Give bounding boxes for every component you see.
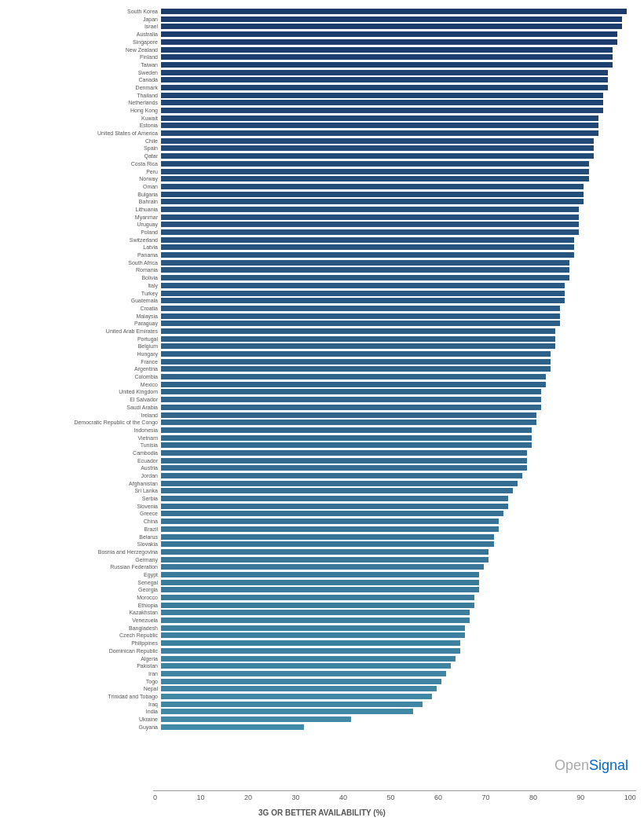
bar-track	[161, 161, 636, 167]
bar-track	[161, 496, 636, 501]
country-label: Guyana	[8, 724, 161, 730]
chart-container: South KoreaJapanIsraelAustraliaSingapore…	[0, 0, 644, 821]
bar-fill	[161, 648, 460, 654]
bar-row: Panama	[8, 251, 636, 258]
country-label: Lithuania	[8, 207, 161, 212]
bar-row: Bolivia	[8, 274, 636, 281]
bar-row: Iran	[8, 670, 636, 677]
bar-fill	[161, 31, 617, 37]
bar-row: Ukraine	[8, 716, 636, 723]
country-label: Norway	[8, 176, 161, 181]
bar-fill	[161, 374, 546, 379]
country-label: Argentina	[8, 366, 161, 372]
bar-track	[161, 130, 636, 136]
bar-track	[161, 244, 636, 250]
bar-row: Algeria	[8, 654, 636, 662]
bar-fill	[161, 557, 488, 563]
country-label: Turkey	[8, 291, 161, 296]
bar-track	[161, 648, 636, 654]
bar-fill	[161, 62, 613, 68]
country-label: Ethiopia	[8, 603, 161, 608]
bar-fill	[161, 534, 494, 540]
bar-fill	[161, 397, 541, 402]
bar-fill	[161, 192, 584, 197]
bar-track	[161, 199, 636, 204]
bar-fill	[161, 336, 555, 342]
country-label: Colombia	[8, 374, 161, 379]
country-label: Tunisia	[8, 442, 161, 448]
bar-row: Brazil	[8, 526, 636, 533]
bar-fill	[161, 435, 532, 441]
bar-row: Uruguay	[8, 221, 636, 228]
bar-fill	[161, 632, 465, 638]
x-axis-label: 3G OR BETTER AVAILABILITY (%)	[0, 808, 644, 817]
bar-fill	[161, 389, 541, 394]
bar-track	[161, 169, 636, 174]
bar-row: Australia	[8, 31, 636, 38]
bar-fill	[161, 526, 499, 532]
bar-row: China	[8, 518, 636, 525]
bar-fill	[161, 169, 589, 174]
bar-row: Netherlands	[8, 99, 636, 106]
country-label: Dominican Republic	[8, 648, 161, 654]
bar-row: Serbia	[8, 495, 636, 502]
bar-row: Costa Rica	[8, 160, 636, 167]
country-label: South Africa	[8, 260, 161, 266]
country-label: Czech Republic	[8, 632, 161, 638]
bar-fill	[161, 100, 603, 105]
country-label: Belarus	[8, 534, 161, 540]
country-label: Georgia	[8, 587, 161, 592]
country-label: Slovakia	[8, 541, 161, 547]
bar-row: Germany	[8, 556, 636, 563]
bar-track	[161, 93, 636, 98]
country-label: Thailand	[8, 93, 161, 98]
bar-fill	[161, 184, 584, 189]
bar-row: Paraguay	[8, 320, 636, 327]
country-label: Iran	[8, 671, 161, 676]
country-label: Bangladesh	[8, 625, 161, 631]
country-label: Sweden	[8, 70, 161, 75]
bar-track	[161, 640, 636, 646]
bar-track	[161, 442, 636, 448]
bar-row: Croatia	[8, 305, 636, 312]
bar-row: India	[8, 708, 636, 715]
country-label: South Korea	[8, 9, 161, 14]
bar-track	[161, 267, 636, 273]
bar-row: Estonia	[8, 122, 636, 129]
bar-row: Japan	[8, 16, 636, 23]
country-label: Poland	[8, 229, 161, 235]
bar-track	[161, 176, 636, 181]
bar-track	[161, 328, 636, 334]
bar-row: Cambodia	[8, 449, 636, 456]
bar-fill	[161, 702, 423, 707]
bar-track	[161, 519, 636, 524]
bar-track	[161, 534, 636, 540]
bar-row: Egypt	[8, 571, 636, 578]
bar-row: Iraq	[8, 701, 636, 708]
bar-row: Canada	[8, 76, 636, 83]
bar-track	[161, 298, 636, 303]
bar-row: Kuwait	[8, 115, 636, 122]
x-tick: 50	[386, 794, 394, 801]
bar-row: Qatar	[8, 152, 636, 159]
bar-row: Colombia	[8, 373, 636, 380]
country-label: Ukraine	[8, 717, 161, 722]
bar-fill	[161, 138, 594, 144]
bar-track	[161, 488, 636, 493]
country-label: Philippines	[8, 640, 161, 646]
bar-fill	[161, 564, 484, 570]
bar-row: Latvia	[8, 244, 636, 251]
country-label: Bosnia and Herzegovina	[8, 549, 161, 555]
bar-track	[161, 374, 636, 379]
country-label: Indonesia	[8, 427, 161, 433]
bar-fill	[161, 161, 589, 167]
bar-fill	[161, 108, 603, 113]
bar-row: Slovenia	[8, 503, 636, 510]
bar-fill	[161, 618, 470, 623]
bar-fill	[161, 724, 304, 730]
logo-blue: Signal	[589, 757, 628, 773]
bar-track	[161, 39, 636, 45]
bar-row: Switzerland	[8, 236, 636, 244]
bar-fill	[161, 603, 474, 608]
bar-fill	[161, 214, 579, 220]
